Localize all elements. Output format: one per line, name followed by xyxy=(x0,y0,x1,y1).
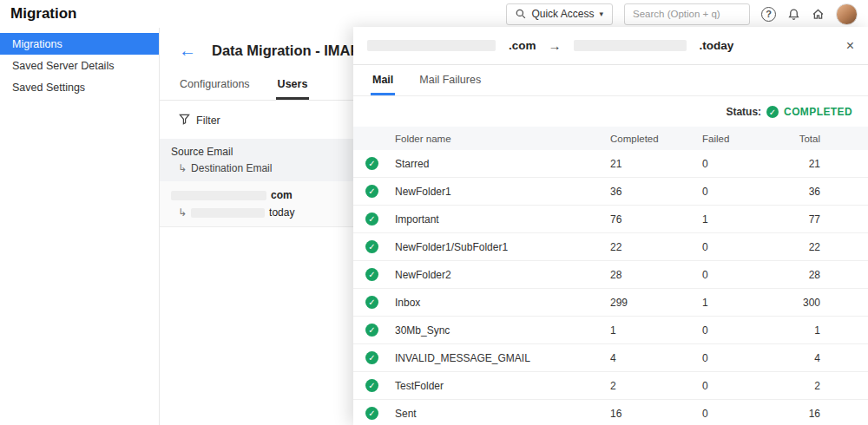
completed-count: 16 xyxy=(610,408,702,420)
status-badge: COMPLETED xyxy=(784,106,852,118)
tab-mail[interactable]: Mail xyxy=(371,65,395,95)
chevron-down-icon: ▾ xyxy=(599,10,603,18)
total-count: 1 xyxy=(789,324,820,337)
col-folder-name: Folder name xyxy=(395,134,610,144)
destination-email-header-label: Destination Email xyxy=(191,162,272,174)
folder-name: 30Mb_Sync xyxy=(395,324,610,337)
user-avatar[interactable] xyxy=(836,3,858,25)
table-row[interactable]: ✓ NewFolder1 36 0 36 xyxy=(353,178,868,206)
sidebar-item-saved-server-details[interactable]: Saved Server Details xyxy=(0,55,159,76)
total-count: 21 xyxy=(789,158,820,170)
sidebar-item-label: Migrations xyxy=(12,38,62,50)
source-email-visible: .com xyxy=(509,39,536,52)
table-row[interactable]: ✓ Starred 21 0 21 xyxy=(353,150,868,178)
success-check-icon: ✓ xyxy=(365,157,378,170)
source-email-visible: com xyxy=(271,189,293,201)
completed-count: 76 xyxy=(610,213,702,226)
table-row[interactable]: ✓ TestFolder 2 0 2 xyxy=(353,372,868,400)
destination-email-visible: .today xyxy=(700,39,734,52)
failed-count: 0 xyxy=(702,352,789,364)
table-row[interactable]: ✓ 30Mb_Sync 1 0 1 xyxy=(353,317,868,344)
success-check-icon: ✓ xyxy=(365,379,378,392)
status-row: Status: ✓ COMPLETED xyxy=(353,96,868,127)
status-label: Status: xyxy=(726,106,761,118)
destination-email-visible: today xyxy=(269,206,294,219)
success-check-icon: ✓ xyxy=(365,212,378,226)
sidebar-item-migrations[interactable]: Migrations xyxy=(0,33,159,55)
failed-count: 0 xyxy=(702,241,789,253)
sub-arrow-icon: ↳ xyxy=(178,206,187,219)
table-row[interactable]: ✓ Important 76 1 77 xyxy=(353,206,868,233)
folder-name: Sent xyxy=(395,408,610,420)
failed-count: 0 xyxy=(702,158,789,170)
col-completed: Completed xyxy=(610,134,702,144)
total-count: 77 xyxy=(789,213,820,226)
sidebar-item-label: Saved Server Details xyxy=(12,60,114,72)
folder-name: Inbox xyxy=(395,297,610,309)
table-row[interactable]: ✓ Sent 16 0 16 xyxy=(353,400,868,425)
total-count: 22 xyxy=(789,241,820,253)
folder-name: NewFolder1/SubFolder1 xyxy=(395,241,610,253)
total-count: 36 xyxy=(789,186,820,198)
tab-configurations[interactable]: Configurations xyxy=(178,73,252,100)
success-check-icon: ✓ xyxy=(365,351,378,364)
folder-name: NewFolder2 xyxy=(395,269,610,281)
topbar: Migration Quick Access ▾ ? xyxy=(0,0,868,28)
close-icon[interactable]: × xyxy=(846,39,854,53)
success-check-icon: ✓ xyxy=(365,185,378,198)
completed-count: 299 xyxy=(610,297,702,309)
quick-access-button[interactable]: Quick Access ▾ xyxy=(506,3,613,25)
total-count: 4 xyxy=(789,352,820,364)
success-check-icon: ✓ xyxy=(365,296,378,309)
folder-name: NewFolder1 xyxy=(395,186,610,198)
panel-tabs: Mail Mail Failures xyxy=(353,65,868,96)
completed-count: 1 xyxy=(610,324,702,337)
help-icon[interactable]: ? xyxy=(761,7,776,22)
success-check-icon: ✓ xyxy=(365,407,378,420)
failed-count: 0 xyxy=(702,408,789,420)
col-failed: Failed xyxy=(702,134,789,144)
search-icon xyxy=(516,9,526,19)
folder-name: TestFolder xyxy=(395,380,610,392)
completed-count: 36 xyxy=(610,186,702,198)
filter-label: Filter xyxy=(196,114,220,127)
page-title: Data Migration - IMAP xyxy=(212,42,360,59)
success-check-icon: ✓ xyxy=(365,240,378,253)
failed-count: 1 xyxy=(702,297,789,309)
completed-count: 2 xyxy=(610,380,702,392)
folder-name: Important xyxy=(395,213,610,226)
table-row[interactable]: ✓ NewFolder2 28 0 28 xyxy=(353,261,868,289)
home-icon[interactable] xyxy=(812,8,825,21)
failed-count: 0 xyxy=(702,380,789,392)
back-arrow-icon[interactable]: ← xyxy=(179,42,196,59)
table-row[interactable]: ✓ INVALID_MESSAGE_GMAIL 4 0 4 xyxy=(353,344,868,372)
table-row[interactable]: ✓ Inbox 299 1 300 xyxy=(353,289,868,317)
total-count: 2 xyxy=(789,380,820,392)
filter-funnel-icon xyxy=(179,114,190,128)
failed-count: 0 xyxy=(702,269,789,281)
folder-table-body: ✓ Starred 21 0 21 ✓ NewFolder1 36 0 36 ✓… xyxy=(353,150,868,425)
topbar-actions: Quick Access ▾ ? xyxy=(506,3,858,25)
redacted-source-email xyxy=(367,40,496,51)
success-check-icon: ✓ xyxy=(365,268,378,281)
redacted-destination-email xyxy=(574,40,687,51)
tab-users[interactable]: Users xyxy=(276,73,310,100)
completed-count: 21 xyxy=(610,158,702,170)
tab-mail-failures[interactable]: Mail Failures xyxy=(418,65,483,95)
failed-count: 0 xyxy=(702,324,789,337)
col-total: Total xyxy=(789,134,820,144)
folder-table-header: Folder name Completed Failed Total xyxy=(353,127,868,150)
quick-access-label: Quick Access xyxy=(531,8,594,20)
folder-name: INVALID_MESSAGE_GMAIL xyxy=(395,352,610,364)
sidebar-item-saved-settings[interactable]: Saved Settings xyxy=(0,76,159,98)
folder-name: Starred xyxy=(395,158,610,170)
failed-count: 0 xyxy=(702,186,789,198)
sidebar: Migrations Saved Server Details Saved Se… xyxy=(0,28,160,425)
table-row[interactable]: ✓ NewFolder1/SubFolder1 22 0 22 xyxy=(353,233,868,261)
completed-count: 4 xyxy=(610,352,702,364)
search-input[interactable] xyxy=(624,3,750,25)
redacted-source-email xyxy=(171,191,266,200)
notifications-bell-icon[interactable] xyxy=(787,8,800,21)
sub-arrow-icon: ↳ xyxy=(178,162,187,174)
success-check-icon: ✓ xyxy=(365,324,378,337)
